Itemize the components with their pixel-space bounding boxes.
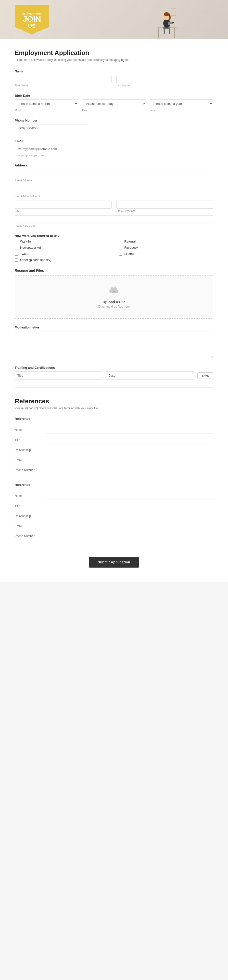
state-sublabel: State / Province	[116, 209, 213, 212]
ref2-phone-input[interactable]	[44, 532, 213, 540]
checkbox-newspaper-ad[interactable]: Newspaper Ad	[15, 246, 109, 250]
training-label: Training and Certifications	[15, 366, 213, 369]
phone-section: Phone Number	[15, 119, 213, 132]
ref1-email-label: Email	[15, 458, 42, 462]
motivation-section: Motivation letter	[15, 326, 213, 359]
checkbox-facebook[interactable]: Facebook	[119, 246, 213, 250]
referral-label: How were you referred to us?	[15, 234, 213, 238]
birth-date-label: Birth Date	[15, 94, 213, 97]
hero-person-illustration	[154, 5, 179, 39]
first-name-input[interactable]	[15, 75, 112, 83]
checkbox-referral[interactable]: Referral	[119, 240, 213, 243]
day-select[interactable]: Please select a day 12345678910111213141…	[82, 99, 146, 108]
ref1-phone-input[interactable]	[44, 466, 213, 474]
street-address-sublabel: Street Address	[15, 179, 213, 182]
phone-input[interactable]	[15, 124, 88, 132]
reference-2-label: Reference	[15, 483, 213, 488]
birth-date-section: Birth Date Please select a month January…	[15, 94, 213, 112]
training-date-input[interactable]	[106, 371, 194, 380]
ref2-email-input[interactable]	[44, 522, 213, 530]
reference-1-label: Reference	[15, 417, 213, 422]
checkbox-facebook-input[interactable]	[119, 246, 122, 250]
training-title-input[interactable]	[15, 371, 103, 380]
city-input[interactable]	[15, 200, 112, 208]
month-select[interactable]: Please select a month JanuaryFebruaryMar…	[15, 99, 78, 108]
join-text: JOIN	[23, 15, 41, 23]
checkbox-linkedin-input[interactable]	[119, 252, 122, 256]
svg-point-10	[169, 14, 171, 20]
us-text: US	[28, 23, 36, 29]
svg-rect-12	[168, 22, 173, 25]
resume-section: Resume and Files Upload a File Drag and …	[15, 269, 213, 319]
referral-section: How were you referred to us? Walk-In Ref…	[15, 234, 213, 262]
checkbox-linkedin[interactable]: LinkedIn	[119, 252, 213, 256]
submit-button[interactable]: Submit Application	[89, 557, 139, 568]
state-input[interactable]	[116, 200, 213, 208]
save-button[interactable]: SAVE	[197, 372, 213, 379]
street-address-input[interactable]	[15, 169, 213, 177]
training-row: SAVE	[15, 371, 213, 380]
ref1-relationship-input[interactable]	[44, 446, 213, 454]
ref1-name-row: Name	[15, 426, 213, 434]
ref1-name-input[interactable]	[44, 426, 213, 434]
checkbox-referral-input[interactable]	[119, 240, 122, 243]
checkbox-facebook-label: Facebook	[124, 246, 138, 250]
ref1-email-input[interactable]	[44, 456, 213, 464]
checkbox-twitter[interactable]: Twitter	[15, 252, 109, 256]
month-field: Please select a month JanuaryFebruaryMar…	[15, 99, 78, 112]
ref2-name-input[interactable]	[44, 492, 213, 500]
name-label: Name	[15, 70, 213, 73]
ref1-title-row: Title	[15, 436, 213, 444]
motivation-textarea[interactable]	[15, 331, 213, 358]
checkbox-twitter-input[interactable]	[15, 252, 18, 256]
ref1-title-input[interactable]	[44, 436, 213, 444]
upload-area[interactable]: Upload a File Drag and drop files here	[15, 275, 213, 319]
checkbox-linkedin-label: LinkedIn	[124, 252, 136, 256]
ref2-title-row: Title	[15, 502, 213, 510]
street-address2-input[interactable]	[15, 185, 213, 193]
address-section: Address Street Address Street Address Li…	[15, 164, 213, 227]
checkbox-walk-in[interactable]: Walk-In	[15, 240, 109, 243]
checkbox-newspaper-ad-input[interactable]	[15, 246, 18, 250]
day-sublabel: Day	[82, 109, 146, 112]
ref2-relationship-input[interactable]	[44, 512, 213, 520]
ref2-title-input[interactable]	[44, 502, 213, 510]
upload-title: Upload a File	[20, 300, 208, 304]
checkbox-walk-in-input[interactable]	[15, 240, 18, 243]
postal-sublabel: Postal / Zip Code	[15, 224, 213, 227]
svg-rect-2	[174, 28, 175, 38]
email-section: Email example@example.com	[15, 139, 213, 157]
ref1-relationship-label: Relationship	[15, 448, 42, 452]
city-sublabel: City	[15, 209, 112, 212]
day-field: Please select a day 12345678910111213141…	[82, 99, 146, 112]
checkbox-other[interactable]: Other (please specify)	[15, 258, 109, 262]
postal-input[interactable]	[15, 215, 213, 223]
email-input[interactable]	[15, 145, 88, 153]
year-select[interactable]: Please select a year 2010200920082007200…	[150, 99, 213, 108]
hiring-banner: WE ARE HIRING JOIN US	[15, 5, 49, 34]
checkbox-other-input[interactable]	[15, 258, 18, 262]
first-name-sublabel: First Name	[15, 84, 112, 87]
references-section: References Please list two (2) reference…	[15, 398, 213, 540]
motivation-label: Motivation letter	[15, 326, 213, 329]
checkbox-twitter-label: Twitter	[20, 252, 29, 256]
page-subtitle: Fill the form below accurately indicatin…	[15, 58, 213, 62]
upload-subtitle: Drag and drop files here	[20, 305, 208, 308]
last-name-input[interactable]	[116, 75, 213, 83]
svg-rect-13	[171, 9, 176, 16]
training-section: Training and Certifications SAVE	[15, 366, 213, 380]
svg-rect-5	[164, 29, 165, 34]
section-divider	[15, 387, 213, 388]
ref1-phone-label: Phone Number	[15, 468, 42, 472]
ref2-email-label: Email	[15, 524, 42, 528]
ref2-relationship-row: Relationship	[15, 512, 213, 520]
year-field: Please select a year 2010200920082007200…	[150, 99, 213, 112]
month-sublabel: Month	[15, 109, 78, 112]
reference-2-block: Reference Name Title Relationship Email …	[15, 483, 213, 540]
ref1-relationship-row: Relationship	[15, 446, 213, 454]
ref1-title-label: Title	[15, 438, 42, 442]
svg-point-9	[164, 12, 169, 16]
resume-label: Resume and Files	[15, 269, 213, 272]
address-label: Address	[15, 164, 213, 167]
phone-label: Phone Number	[15, 119, 213, 122]
